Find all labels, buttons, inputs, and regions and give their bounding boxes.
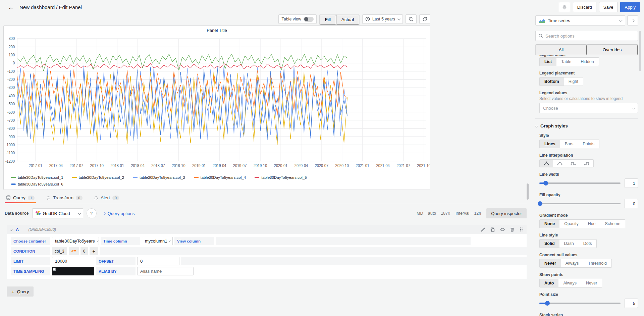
chevron-down-icon xyxy=(397,17,401,20)
offset-input[interactable] xyxy=(140,259,176,264)
legend-item[interactable]: table30DayTo5years.col_6 xyxy=(11,182,63,186)
query-body: Choose container table30DayTo5years Time… xyxy=(7,234,527,279)
gradient-opacity[interactable]: Opacity xyxy=(559,220,583,228)
legend-item[interactable]: table30DayTo5years.col_1 xyxy=(11,175,63,179)
style-points[interactable]: Points xyxy=(578,140,599,148)
drag-handle-icon[interactable] xyxy=(519,227,523,232)
fill-opacity-value[interactable]: 0 xyxy=(625,199,638,208)
interpolation-step-after[interactable] xyxy=(580,160,593,167)
legend-item[interactable]: table30DayTo5years.col_2 xyxy=(72,175,124,179)
options-sidebar: Time series All Overrides Legend mode Li… xyxy=(533,14,641,316)
discard-button[interactable]: Discard xyxy=(573,2,596,12)
time-column-select[interactable]: mycolumn1 xyxy=(142,237,173,245)
connect-null-threshold[interactable]: Threshold xyxy=(583,259,611,267)
filter-tab-all[interactable]: All xyxy=(536,45,587,55)
line-width-value[interactable]: 1 xyxy=(625,178,638,188)
connect-null-always[interactable]: Always xyxy=(561,259,584,267)
actual-option[interactable]: Actual xyxy=(336,15,359,24)
style-lines[interactable]: Lines xyxy=(540,140,560,148)
legend-mode-list[interactable]: List xyxy=(540,58,556,66)
back-button[interactable]: ← xyxy=(6,2,16,12)
filter-tab-overrides[interactable]: Overrides xyxy=(587,45,638,55)
save-button[interactable]: Save xyxy=(599,2,618,12)
time-sampling-select[interactable] xyxy=(52,267,94,275)
point-size-slider[interactable] xyxy=(539,303,621,304)
time-range-picker[interactable]: Last 5 years xyxy=(362,14,403,24)
alias-by-label: ALIAS BY xyxy=(96,267,136,275)
condition-value-chip[interactable]: 0 xyxy=(80,247,88,255)
chevron-down-icon xyxy=(619,18,623,22)
gradient-none[interactable]: None xyxy=(540,220,559,228)
container-select[interactable]: table30DayTo5years xyxy=(52,237,99,245)
zoom-out-button[interactable] xyxy=(406,14,417,24)
legend-item[interactable]: table30DayTo5years.col_5 xyxy=(255,175,307,179)
line-style-solid[interactable]: Solid xyxy=(540,240,559,248)
condition-field-chip[interactable]: col_3 xyxy=(52,247,67,255)
datasource-picker[interactable]: GridDB-Cloud xyxy=(32,208,83,218)
line-style-dots[interactable]: Dots xyxy=(579,240,597,248)
svg-text:2017-04: 2017-04 xyxy=(49,163,63,167)
alias-input[interactable] xyxy=(140,269,191,274)
limit-input[interactable] xyxy=(55,259,91,264)
choose-container-label: Choose container xyxy=(11,237,50,245)
checkbox-icon[interactable] xyxy=(53,268,56,271)
show-points-auto[interactable]: Auto xyxy=(540,279,558,287)
legend-item[interactable]: table30DayTo5years.col_4 xyxy=(194,175,246,179)
legend-mode-hidden[interactable]: Hidden xyxy=(576,58,599,66)
trash-icon[interactable] xyxy=(510,227,515,232)
show-points-always[interactable]: Always xyxy=(558,279,581,287)
show-points-never[interactable]: Never xyxy=(581,279,602,287)
time-series-chart[interactable]: 3002001000-100-200-300-400-500-600-700-8… xyxy=(4,34,430,173)
svg-text:2018-07: 2018-07 xyxy=(151,163,165,167)
table-view-toggle[interactable] xyxy=(304,17,314,22)
condition-operator-chip[interactable]: <= xyxy=(69,247,79,255)
search-options-input[interactable] xyxy=(545,34,635,39)
query-header[interactable]: A (GridDB-Cloud) xyxy=(7,225,527,234)
query-options-link[interactable]: Query options xyxy=(103,211,135,216)
legend-placement-right[interactable]: Right xyxy=(564,77,583,86)
legend-values-placeholder: Choose xyxy=(543,106,558,111)
style-bars[interactable]: Bars xyxy=(560,140,578,148)
line-style-dash[interactable]: Dash xyxy=(559,240,579,248)
tab-alert[interactable]: Alert 0 xyxy=(93,193,120,203)
view-column-link[interactable]: View column xyxy=(174,237,214,245)
datasource-label: Data source xyxy=(5,211,29,216)
query-inspector-button[interactable]: Query inspector xyxy=(486,208,527,218)
svg-text:-100: -100 xyxy=(7,69,15,73)
panel-settings-button[interactable] xyxy=(559,2,570,12)
legend-placement-bottom[interactable]: Bottom xyxy=(540,77,564,86)
zoom-out-icon xyxy=(409,17,414,22)
visualization-picker[interactable]: Time series xyxy=(535,15,625,25)
sidebar-scrollbar[interactable] xyxy=(639,31,641,71)
connect-null-never[interactable]: Never xyxy=(540,259,561,267)
tab-transform[interactable]: Transform 0 xyxy=(45,193,84,203)
apply-button[interactable]: Apply xyxy=(620,2,640,12)
condition-add-button[interactable]: + xyxy=(90,247,98,255)
interpolation-step-before[interactable] xyxy=(567,160,580,167)
content-scrollbar[interactable] xyxy=(527,183,529,200)
legend-values-select[interactable]: Choose xyxy=(539,103,638,113)
add-query-button[interactable]: + Query xyxy=(7,286,34,297)
fill-opacity-slider[interactable] xyxy=(539,203,621,204)
collapse-options-button[interactable] xyxy=(627,15,638,25)
point-size-value[interactable]: 5 xyxy=(625,299,638,308)
style-label: Style xyxy=(539,133,638,138)
copy-icon[interactable] xyxy=(490,227,495,232)
svg-text:2021-07: 2021-07 xyxy=(396,163,410,167)
refresh-button[interactable] xyxy=(419,14,430,24)
line-width-slider[interactable] xyxy=(539,182,621,184)
gradient-hue[interactable]: Hue xyxy=(583,220,600,228)
interpolation-linear[interactable] xyxy=(540,160,553,167)
legend-item[interactable]: table30DayTo5years.col_3 xyxy=(133,175,185,179)
edit-icon[interactable] xyxy=(480,227,485,232)
fill-option[interactable]: Fill xyxy=(320,15,336,24)
eye-icon[interactable] xyxy=(500,227,505,232)
datasource-help-button[interactable]: ? xyxy=(87,208,97,218)
tab-query[interactable]: Query 1 xyxy=(5,193,36,203)
gradient-scheme[interactable]: Scheme xyxy=(600,220,625,228)
graph-styles-section-header[interactable]: Graph styles xyxy=(535,118,638,128)
interpolation-smooth[interactable] xyxy=(553,160,567,167)
step-before-icon xyxy=(571,161,576,165)
legend-values-label: Legend values xyxy=(539,91,638,95)
legend-mode-table[interactable]: Table xyxy=(556,58,576,66)
